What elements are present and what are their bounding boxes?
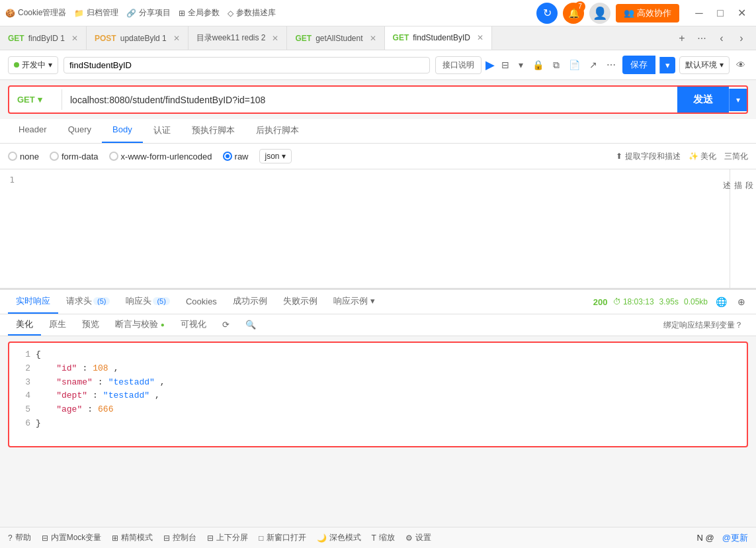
- radio-indicator: [8, 152, 17, 161]
- bind-response-label[interactable]: 绑定响应结果到变量？: [663, 320, 748, 331]
- beautify-button[interactable]: ✨ 美化: [689, 151, 716, 162]
- tab-week11-redis[interactable]: 目录week11 redis 2 ✕: [189, 26, 288, 50]
- tab-update-by-id[interactable]: POST updateByld 1 ✕: [87, 26, 189, 50]
- expand-icon[interactable]: ⊕: [735, 295, 748, 308]
- mock-variables-item[interactable]: ⊟ 内置Mock变量: [42, 532, 102, 543]
- env-select2[interactable]: 默认环境 ▾: [679, 56, 730, 74]
- body-none-radio[interactable]: none: [8, 152, 39, 161]
- lock-icon[interactable]: 🔒: [530, 58, 546, 71]
- help-item[interactable]: ? 帮助: [8, 532, 31, 543]
- bottom-right: N @ @更新: [697, 532, 748, 544]
- more-icon[interactable]: ⋯: [604, 58, 618, 71]
- split-screen-item[interactable]: ⊟ 上下分屏: [207, 532, 248, 543]
- collab-button[interactable]: 👥 高效协作: [616, 4, 679, 23]
- globe-icon[interactable]: 🌐: [713, 295, 730, 308]
- sync-button[interactable]: ↻: [536, 3, 558, 24]
- tab-close-icon[interactable]: ✕: [370, 34, 376, 43]
- more-tabs-button[interactable]: ···: [693, 29, 711, 48]
- console-item[interactable]: ⊟ 控制台: [163, 532, 196, 543]
- tab-success-example[interactable]: 成功示例: [225, 290, 275, 314]
- minimize-button[interactable]: ─: [690, 4, 708, 23]
- tab-body[interactable]: Body: [102, 119, 143, 143]
- format-tab-raw[interactable]: 原生: [41, 314, 74, 336]
- close-button[interactable]: ✕: [732, 4, 751, 23]
- extract-fields-button[interactable]: ⬆ 提取字段和描述: [616, 151, 680, 162]
- compact-mode-item[interactable]: ⊞ 精简模式: [112, 532, 153, 543]
- format-tab-search[interactable]: 🔍: [237, 316, 264, 335]
- chevron-down-icon[interactable]: ▾: [516, 58, 526, 71]
- run-button[interactable]: ▶: [485, 58, 495, 72]
- json-response-panel: 1 { 2 "id" : 108 , 3 "sname" : "testadd"…: [8, 342, 748, 447]
- tab-find-student-by-id[interactable]: GET findStudentByID ✕: [385, 26, 492, 50]
- add-tab-button[interactable]: +: [673, 29, 691, 48]
- format-tab-assert[interactable]: 断言与校验 ●: [107, 314, 173, 336]
- global-params[interactable]: ⊞ 全局参数: [179, 7, 220, 19]
- doc-icon[interactable]: 📄: [566, 58, 583, 71]
- tab-query[interactable]: Query: [58, 119, 102, 143]
- format-tab-refresh[interactable]: ⟳: [214, 316, 237, 335]
- send-button[interactable]: 发送: [677, 87, 729, 113]
- tab-auth[interactable]: 认证: [143, 119, 181, 143]
- status-code: 200: [593, 297, 608, 307]
- dark-mode-item[interactable]: 🌙 深色模式: [317, 532, 361, 543]
- settings-item[interactable]: ⚙ 设置: [405, 532, 431, 543]
- tab-close-icon[interactable]: ✕: [173, 34, 180, 43]
- maximize-button[interactable]: □: [711, 4, 730, 23]
- tab-close-icon[interactable]: ✕: [272, 34, 278, 43]
- copy-icon[interactable]: ⧉: [550, 58, 562, 72]
- method-label: GET: [393, 33, 409, 42]
- json-line-1: 1 {: [17, 348, 739, 362]
- url-input[interactable]: [62, 89, 677, 111]
- api-name-input[interactable]: [63, 57, 430, 73]
- param-desc-library[interactable]: ◇ 参数描述库: [228, 7, 276, 19]
- tab-pre-script[interactable]: 预执行脚本: [181, 119, 245, 143]
- body-urlencoded-radio[interactable]: x-www-form-urlencoded: [109, 152, 212, 161]
- save-button[interactable]: 保存: [622, 56, 655, 74]
- visibility-icon[interactable]: 👁: [734, 58, 748, 71]
- method-label: GET: [17, 95, 35, 105]
- body-raw-radio[interactable]: raw: [223, 152, 249, 161]
- tab-request-headers[interactable]: 请求头(5): [58, 290, 118, 314]
- json-format-select[interactable]: json ▾: [259, 149, 292, 163]
- avatar-button[interactable]: 👤: [589, 3, 610, 24]
- tab-close-icon[interactable]: ✕: [71, 34, 78, 43]
- response-size: 0.05kb: [684, 297, 708, 306]
- tab-realtime-response[interactable]: 实时响应: [8, 290, 58, 314]
- tab-cookies[interactable]: Cookies: [178, 291, 225, 313]
- body-form-data-radio[interactable]: form-data: [50, 152, 99, 161]
- notification-button[interactable]: 🔔 7: [563, 3, 584, 24]
- tab-close-icon[interactable]: ✕: [477, 33, 483, 42]
- share-project[interactable]: 🔗 分享项目: [126, 7, 171, 19]
- editor-content[interactable]: [20, 169, 730, 288]
- simplify-button[interactable]: 三简化: [724, 151, 748, 162]
- tab-find-by-id[interactable]: GET findByID 1 ✕: [0, 26, 87, 50]
- mock-icon: ⊟: [42, 533, 48, 543]
- export-icon[interactable]: ↗: [587, 58, 600, 71]
- cookie-manager[interactable]: 🍪 Cookie管理器: [5, 7, 66, 19]
- tab-failure-example[interactable]: 失败示例: [275, 290, 325, 314]
- tab-header[interactable]: Header: [8, 119, 58, 143]
- interface-desc-button[interactable]: 接口说明: [435, 56, 482, 74]
- database-icon: ◇: [228, 9, 233, 18]
- update-label[interactable]: @更新: [722, 532, 748, 544]
- format-tab-visual[interactable]: 可视化: [173, 314, 214, 336]
- split-view-icon[interactable]: ⊟: [499, 58, 512, 71]
- method-select[interactable]: GET ▾: [9, 89, 62, 110]
- archive-manager[interactable]: 📁 归档管理: [74, 7, 118, 19]
- tabs-bar: GET findByID 1 ✕ POST updateByld 1 ✕ 目录w…: [0, 26, 756, 50]
- zoom-item[interactable]: T 缩放: [372, 532, 395, 543]
- tab-get-all-student[interactable]: GET getAllStudent ✕: [287, 26, 384, 50]
- tab-response-headers[interactable]: 响应头(5): [118, 290, 177, 314]
- format-tab-beautify[interactable]: 美化: [8, 314, 41, 336]
- send-arrow-button[interactable]: ▾: [729, 89, 747, 111]
- format-tab-preview[interactable]: 预览: [74, 314, 107, 336]
- tab-post-script[interactable]: 后执行脚本: [245, 119, 310, 143]
- prev-tab-button[interactable]: ‹: [712, 29, 731, 48]
- save-arrow-button[interactable]: ▾: [659, 57, 675, 73]
- new-window-item[interactable]: □ 新窗口打开: [259, 532, 306, 543]
- next-tab-button[interactable]: ›: [732, 29, 751, 48]
- json-line-4: 4 "dept" : "testadd" ,: [17, 389, 739, 403]
- tab-response-example[interactable]: 响应示例 ▾: [325, 290, 383, 314]
- env-select[interactable]: 开发中 ▾: [8, 56, 58, 74]
- global-icon: ⊞: [179, 9, 185, 18]
